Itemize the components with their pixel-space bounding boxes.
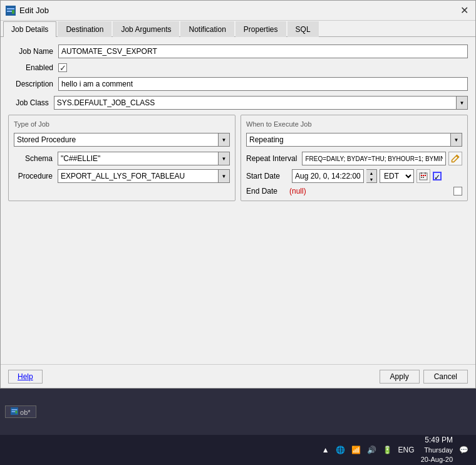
schema-row: Schema "C##ELLIE" ▼ (14, 152, 230, 165)
globe-icon: 🌐 (336, 446, 345, 454)
type-dropdown-arrow[interactable]: ▼ (219, 133, 230, 147)
titlebar: Edit Job ✕ (1, 1, 475, 21)
type-of-job-panel: Type of Job Stored Procedure PL/SQL Bloc… (8, 115, 235, 201)
taskbar-app-icon (11, 407, 18, 415)
job-class-dropdown-arrow[interactable]: ▼ (457, 96, 468, 110)
type-of-job-title: Type of Job (14, 120, 230, 128)
svg-rect-15 (16, 410, 18, 414)
calendar-button[interactable] (416, 169, 430, 183)
svg-rect-9 (423, 177, 424, 178)
taskbar-app-item[interactable]: ob* (5, 405, 36, 418)
start-date-enabled-checkbox[interactable]: ✓ (433, 172, 442, 180)
repeat-interval-edit-button[interactable] (448, 152, 462, 165)
titlebar-left: Edit Job (6, 6, 49, 16)
clock-area: 5:49 PM Thursday 20-Aug-20 (421, 435, 453, 465)
type-select-row: Stored Procedure PL/SQL Block External S… (14, 133, 230, 147)
tab-job-details[interactable]: Job Details (3, 21, 56, 37)
procedure-dropdown-arrow[interactable]: ▼ (219, 169, 230, 183)
when-to-execute-panel: When to Execute Job Repeating Once Immed… (241, 115, 468, 201)
date-spinner-down[interactable]: ▼ (366, 176, 376, 182)
description-input[interactable] (58, 77, 468, 91)
schema-label: Schema (14, 154, 58, 163)
clock-day: Thursday (421, 446, 453, 455)
close-button[interactable]: ✕ (458, 4, 470, 17)
taskbar-app-label: ob* (20, 409, 31, 416)
start-date-label: Start Date (246, 172, 287, 180)
volume-icon: 🔊 (367, 446, 376, 454)
app-icon (6, 6, 16, 16)
cancel-button[interactable]: Cancel (423, 370, 468, 384)
date-spinner-up[interactable]: ▲ (366, 170, 376, 176)
when-title: When to Execute Job (246, 120, 462, 128)
end-date-null-value: (null) (289, 187, 306, 196)
repeating-select[interactable]: Repeating Once Immediately (246, 133, 451, 147)
end-date-label: End Date (246, 187, 287, 196)
lang-label: ENG (398, 446, 415, 454)
procedure-select[interactable]: EXPORT_ALL_LYS_FOR_TABLEAU (58, 169, 219, 183)
date-spinner: ▲ ▼ (366, 169, 377, 183)
repeat-interval-label: Repeat Interval (246, 154, 297, 163)
edit-job-window: Edit Job ✕ Job Details Destination Job A… (0, 0, 476, 389)
taskbar-chevron[interactable]: ▲ (322, 446, 329, 454)
message-icon[interactable]: 💬 (459, 446, 468, 454)
window-title: Edit Job (19, 6, 49, 15)
help-button[interactable]: Help (8, 370, 43, 384)
footer: Help Apply Cancel (1, 364, 475, 388)
timezone-select[interactable]: EDT (380, 169, 414, 183)
repeat-interval-row: Repeat Interval (246, 152, 462, 165)
content-area: Job Name Enabled ✓ Description Job Class… (1, 37, 475, 364)
svg-rect-4 (420, 173, 427, 180)
job-name-input[interactable] (58, 44, 468, 58)
job-class-select[interactable]: SYS.DEFAULT_JOB_CLASS (54, 96, 457, 110)
tab-properties[interactable]: Properties (235, 21, 286, 37)
description-row: Description (8, 77, 468, 91)
job-class-row: Job Class SYS.DEFAULT_JOB_CLASS ▼ (8, 96, 468, 110)
svg-rect-8 (421, 177, 422, 178)
footer-right: Apply Cancel (380, 370, 468, 384)
svg-rect-6 (423, 175, 424, 176)
panels: Type of Job Stored Procedure PL/SQL Bloc… (8, 115, 468, 201)
svg-rect-7 (425, 175, 426, 176)
svg-rect-14 (12, 411, 16, 412)
clock-date: 20-Aug-20 (421, 455, 453, 464)
enabled-checkbox[interactable]: ✓ (58, 63, 67, 72)
svg-rect-3 (12, 10, 14, 14)
job-class-select-wrap: SYS.DEFAULT_JOB_CLASS ▼ (54, 96, 468, 110)
wifi-icon: 📶 (351, 446, 361, 454)
taskbar: ▲ 🌐 📶 🔊 🔋 ENG 5:49 PM Thursday 20-Aug-20… (0, 435, 476, 465)
svg-rect-5 (421, 175, 422, 176)
schema-select[interactable]: "C##ELLIE" (58, 152, 219, 165)
end-date-row: End Date (null) (246, 187, 462, 196)
svg-rect-13 (12, 409, 18, 410)
pencil-icon (451, 154, 460, 163)
taskbar-right: ▲ 🌐 📶 🔊 🔋 ENG 5:49 PM Thursday 20-Aug-20… (322, 435, 468, 465)
schema-dropdown-arrow[interactable]: ▼ (219, 152, 230, 165)
footer-left: Help (8, 370, 380, 384)
job-name-label: Job Name (8, 47, 58, 56)
end-date-checkbox[interactable] (453, 187, 462, 196)
repeat-interval-input[interactable] (302, 152, 446, 165)
repeating-dropdown-arrow[interactable]: ▼ (451, 133, 462, 147)
procedure-row: Procedure EXPORT_ALL_LYS_FOR_TABLEAU ▼ (14, 169, 230, 183)
battery-icon: 🔋 (383, 446, 392, 454)
start-date-row: Start Date ▲ ▼ EDT (246, 169, 462, 183)
lower-bar: ob* (0, 389, 476, 435)
enabled-label: Enabled (8, 63, 58, 72)
tab-bar: Job Details Destination Job Arguments No… (1, 21, 475, 37)
job-name-row: Job Name (8, 44, 468, 58)
clock-time: 5:49 PM (421, 435, 453, 446)
job-class-label: Job Class (8, 98, 54, 107)
tab-destination[interactable]: Destination (58, 21, 111, 37)
tab-job-arguments[interactable]: Job Arguments (113, 21, 179, 37)
type-of-job-select[interactable]: Stored Procedure PL/SQL Block External S… (14, 133, 219, 147)
calendar-icon (419, 172, 428, 180)
schema-select-wrap: "C##ELLIE" ▼ (58, 152, 230, 165)
tab-sql[interactable]: SQL (287, 21, 319, 37)
apply-button[interactable]: Apply (380, 370, 420, 384)
repeating-select-row: Repeating Once Immediately ▼ (246, 133, 462, 147)
description-label: Description (8, 80, 58, 88)
start-date-input[interactable] (292, 169, 364, 183)
svg-rect-1 (7, 8, 14, 9)
tab-notification[interactable]: Notification (180, 21, 234, 37)
procedure-select-wrap: EXPORT_ALL_LYS_FOR_TABLEAU ▼ (58, 169, 230, 183)
